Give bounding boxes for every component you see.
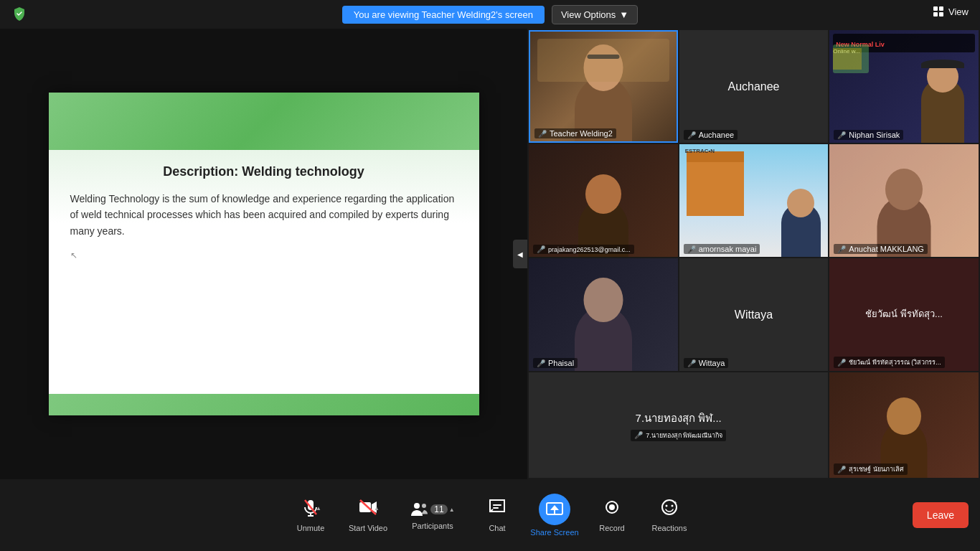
video-icon-area: ▲ (358, 498, 378, 521)
record-icon (603, 498, 621, 517)
chat-icon-area (488, 498, 507, 521)
collapse-panel-button[interactable]: ◀ (513, 240, 527, 268)
participant-name: 🎤 prajakang262513@gmail.c... (533, 245, 634, 254)
video-caret[interactable]: ▲ (374, 505, 380, 512)
participant-name-center: Wittaya (735, 309, 773, 321)
svg-rect-14 (493, 507, 499, 509)
participant-tile[interactable]: ESTRAC•N 🎤 amornsak mayai (679, 144, 829, 257)
slide-container: Description: Welding technology Welding … (49, 93, 479, 415)
top-bar: You are viewing Teacher Welding2's scree… (0, 0, 980, 29)
view-options-button[interactable]: View Options ▼ (552, 5, 638, 24)
svg-rect-1 (939, 6, 943, 11)
slide-body: Description: Welding technology Welding … (49, 150, 479, 394)
participant-name: 🎤 Phaisal (533, 358, 578, 368)
svg-rect-2 (933, 12, 938, 17)
svg-rect-3 (939, 12, 943, 17)
participant-tile[interactable]: 🎤 Anuchat MAKKLANG (829, 144, 979, 257)
record-icon-area (603, 498, 621, 521)
participants-count: 11 (430, 504, 447, 514)
cursor-indicator: ↖ (70, 250, 458, 260)
reactions-label: Reactions (652, 524, 687, 532)
mic-muted-icon: 🎤 (687, 131, 696, 139)
bottom-toolbar: ▲ Unmute ▲ Start Video 11 ▲ Partic (0, 479, 980, 551)
unmute-button[interactable]: ▲ Unmute (282, 486, 339, 544)
security-shield-icon (11, 6, 27, 24)
participant-name-center: 7.นายทองสุก พิฬ... (636, 410, 722, 427)
participant-tile[interactable]: Auchanee 🎤 Auchanee (679, 30, 829, 143)
mic-muted-icon: 🎤 (687, 245, 696, 253)
svg-point-20 (609, 504, 615, 510)
participants-icon-area: 11 ▲ (410, 500, 454, 519)
participant-name: 🎤 Auchanee (684, 130, 738, 140)
start-video-label: Start Video (349, 524, 387, 532)
svg-point-11 (414, 503, 420, 509)
mic-muted-icon: 🎤 (687, 359, 696, 367)
top-right-controls: View (933, 6, 969, 17)
mic-muted-icon: 🎤 (837, 466, 846, 474)
slide-title: Description: Welding technology (70, 164, 458, 179)
participant-name: 🎤 Teacher Welding2 (534, 128, 616, 138)
participant-tile[interactable]: 🎤 Phaisal (529, 258, 678, 371)
mic-icon: 🎤 (538, 130, 547, 138)
share-screen-icon (545, 500, 564, 519)
mic-muted-icon: 🎤 (537, 245, 545, 253)
screen-share-banner: You are viewing Teacher Welding2's scree… (342, 6, 545, 24)
svg-rect-0 (933, 6, 938, 11)
participant-tile[interactable]: Wittaya 🎤 Wittaya (679, 258, 829, 371)
share-screen-icon-area (539, 494, 570, 525)
participant-name: 🎤 7.นายทองสุก พิพัฒมณีนากิจ (631, 430, 726, 441)
mic-muted-icon: 🎤 (634, 431, 643, 439)
start-video-button[interactable]: ▲ Start Video (339, 486, 397, 544)
participant-name-center: Auchanee (727, 80, 779, 93)
mic-icon-area: ▲ (301, 498, 320, 521)
svg-rect-13 (493, 504, 501, 506)
participants-caret[interactable]: ▲ (449, 507, 455, 513)
participants-label: Participants (412, 522, 453, 530)
svg-marker-16 (550, 505, 559, 510)
participant-name: 🎤 amornsak mayai (684, 244, 760, 254)
record-label: Record (599, 524, 624, 532)
participant-tile[interactable]: 🎤 Teacher Welding2 (529, 30, 678, 143)
mic-muted-icon: 🎤 (837, 131, 846, 139)
chat-button[interactable]: Chat (468, 486, 526, 544)
slide-description: Welding Technology is the sum of knowled… (70, 191, 458, 239)
share-screen-button[interactable]: Share Screen (526, 486, 583, 544)
participant-tile[interactable]: New Normal Liv Online w... 🎤 Niphan Siri… (829, 30, 979, 143)
mic-muted-icon: 🎤 (837, 359, 846, 367)
chat-icon (488, 498, 507, 517)
participant-name: 🎤 Wittaya (684, 358, 729, 368)
chat-label: Chat (489, 524, 505, 532)
participant-tile[interactable]: 🎤 prajakang262513@gmail.c... (529, 144, 678, 257)
participants-button[interactable]: 11 ▲ Participants (397, 486, 468, 544)
reactions-button[interactable]: + Reactions (641, 486, 698, 544)
participants-grid: 🎤 Teacher Welding2 Auchanee 🎤 Auchanee N… (527, 29, 980, 479)
participant-name: 🎤 สุรเชษฐ์ นัยนภาเลิศ (834, 463, 908, 475)
slide-bottom-decoration (49, 394, 479, 415)
participant-tile[interactable]: 🎤 สุรเชษฐ์ นัยนภาเลิศ (829, 372, 979, 478)
svg-point-12 (422, 504, 426, 508)
leave-button[interactable]: Leave (913, 502, 969, 528)
mic-muted-icon: 🎤 (837, 245, 846, 253)
participant-tile[interactable]: ชัยวัฒน์ พีรทัดสุว... 🎤 ชัยวัฒน์ พีรทัตส… (829, 258, 979, 371)
mic-muted-icon: 🎤 (537, 359, 545, 367)
share-screen-label: Share Screen (530, 528, 578, 537)
grid-view-icon (933, 6, 944, 17)
unmute-caret[interactable]: ▲ (316, 505, 321, 512)
svg-text:+: + (674, 499, 677, 506)
slide-area: Description: Welding technology Welding … (0, 29, 527, 479)
reactions-icon: + (660, 498, 679, 517)
participant-name-center: ชัยวัฒน์ พีรทัดสุว... (865, 309, 942, 321)
main-content: Description: Welding technology Welding … (0, 29, 980, 479)
reactions-icon-area: + (660, 498, 679, 521)
participants-icon (410, 500, 429, 519)
participant-name: 🎤 ชัยวัฒน์ พีรทัตสุวรรณ (วิสวกรร... (834, 357, 945, 368)
participant-name: 🎤 Niphan Sirisak (834, 130, 903, 140)
slide-top-decoration (49, 93, 479, 150)
svg-point-22 (666, 505, 668, 507)
unmute-label: Unmute (297, 524, 325, 532)
record-button[interactable]: Record (583, 486, 641, 544)
participant-name: 🎤 Anuchat MAKKLANG (834, 244, 928, 254)
participant-tile[interactable]: 7.นายทองสุก พิฬ... 🎤 7.นายทองสุก พิพัฒมณ… (529, 372, 828, 478)
